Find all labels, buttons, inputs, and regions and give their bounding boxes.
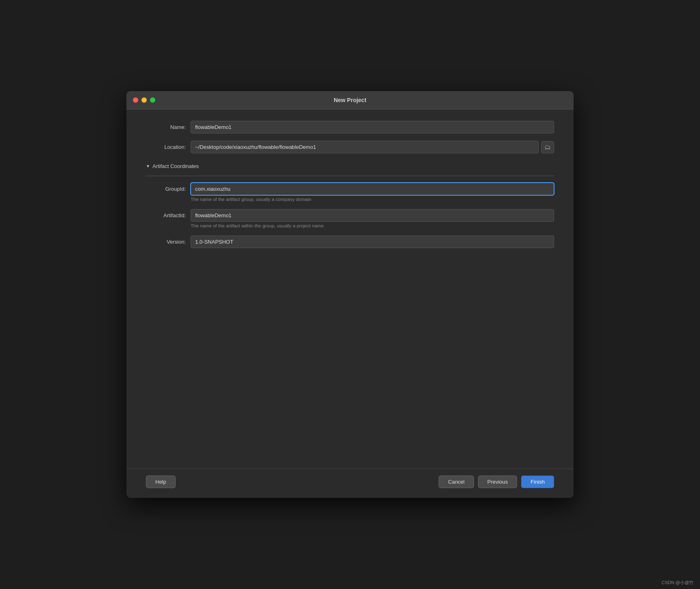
group-id-input[interactable] — [191, 183, 554, 195]
dialog-footer: Help Cancel Previous Finish — [126, 469, 574, 498]
version-label: Version: — [146, 239, 191, 245]
traffic-lights — [133, 98, 155, 103]
finish-button[interactable]: Finish — [521, 476, 554, 488]
section-title: Artifact Coordinates — [152, 163, 199, 169]
location-label: Location: — [146, 144, 191, 150]
cancel-button[interactable]: Cancel — [439, 476, 474, 488]
close-button[interactable] — [133, 98, 138, 103]
artifact-coordinates-section: ▼ Artifact Coordinates GroupId: The name… — [146, 161, 554, 255]
group-id-row: GroupId: The name of the artifact group,… — [146, 183, 554, 207]
name-input[interactable] — [191, 121, 554, 133]
artifact-id-field-row: ArtifactId: — [146, 209, 554, 222]
title-bar: New Project — [126, 91, 574, 109]
name-label: Name: — [146, 124, 191, 130]
help-button[interactable]: Help — [146, 476, 176, 488]
dialog-title: New Project — [334, 97, 366, 103]
location-input[interactable] — [191, 141, 539, 153]
version-input[interactable] — [191, 236, 554, 248]
group-id-hint: The name of the artifact group, usually … — [191, 197, 311, 202]
collapse-arrow-icon[interactable]: ▼ — [146, 164, 150, 168]
group-id-label: GroupId: — [146, 186, 191, 192]
version-row: Version: — [146, 236, 554, 248]
name-row: Name: — [146, 121, 554, 133]
section-divider — [146, 176, 554, 176]
location-field-group: 🗂 — [191, 141, 554, 153]
artifact-id-hint: The name of the artifact within the grou… — [191, 223, 324, 228]
group-id-field-row: GroupId: — [146, 183, 554, 195]
dialog: New Project Name: Location: 🗂 ▼ Artifact… — [126, 91, 574, 498]
minimize-button[interactable] — [141, 98, 147, 103]
previous-button[interactable]: Previous — [478, 476, 517, 488]
watermark: CSDN @小虚竹 — [662, 580, 693, 586]
folder-icon: 🗂 — [544, 144, 551, 151]
section-header: ▼ Artifact Coordinates — [146, 161, 554, 169]
maximize-button[interactable] — [150, 98, 155, 103]
artifact-id-row: ArtifactId: The name of the artifact wit… — [146, 209, 554, 234]
location-row: Location: 🗂 — [146, 141, 554, 153]
artifact-id-label: ArtifactId: — [146, 212, 191, 218]
artifact-id-input[interactable] — [191, 209, 554, 222]
browse-folder-button[interactable]: 🗂 — [541, 141, 554, 153]
dialog-content: Name: Location: 🗂 ▼ Artifact Coordinates — [126, 109, 574, 469]
